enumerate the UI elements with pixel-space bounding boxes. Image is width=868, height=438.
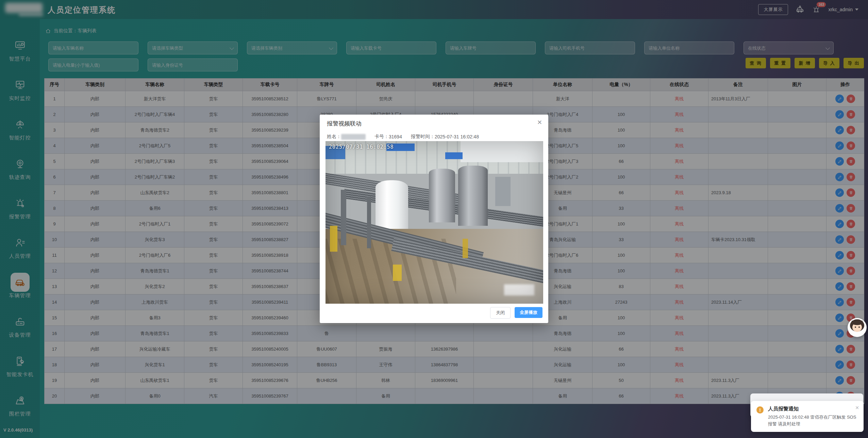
toast-title: 人员报警通知 bbox=[768, 406, 859, 412]
close-icon[interactable]: ✕ bbox=[855, 405, 859, 410]
modal-footer: 关闭 全屏播放 bbox=[490, 307, 542, 319]
card-no-value: 31694 bbox=[389, 134, 402, 139]
toast-body: 2025-07-31 16:02:48 雷佰存在厂区触发 SOS报警 请及时处理 bbox=[768, 414, 859, 427]
cctv-video-frame: 2025/07/31 16:02:58 bbox=[326, 141, 543, 304]
modal-title: 报警视频联动 bbox=[327, 120, 362, 128]
modal-info-line: 姓名： 卡号： 31694 报警时间： 2025-07-31 16:02:48 bbox=[327, 134, 479, 140]
alarm-time-value: 2025-07-31 16:02:48 bbox=[435, 134, 479, 139]
alarm-notification-toast: ! 人员报警通知 2025-07-31 16:02:48 雷佰存在厂区触发 SO… bbox=[751, 401, 864, 432]
name-label: 姓名： bbox=[327, 134, 341, 140]
app-root: 人员定位管理系统 大屏展示 163 xrkc_admin 智慧平台实 bbox=[0, 0, 868, 438]
blurred-name bbox=[341, 134, 366, 140]
card-label: 卡号： bbox=[374, 134, 389, 140]
time-label: 报警时间： bbox=[411, 134, 435, 140]
alarm-video-modal: 报警视频联动 ✕ 姓名： 卡号： 31694 报警时间： 2025-07-31 … bbox=[320, 115, 548, 323]
warning-icon: ! bbox=[756, 406, 764, 414]
video-timestamp: 2025/07/31 16:02:58 bbox=[329, 144, 394, 150]
close-button[interactable]: 关闭 bbox=[490, 307, 511, 319]
fullscreen-play-button[interactable]: 全屏播放 bbox=[515, 307, 542, 318]
close-icon[interactable]: ✕ bbox=[537, 119, 542, 126]
assistant-avatar[interactable] bbox=[848, 318, 867, 337]
